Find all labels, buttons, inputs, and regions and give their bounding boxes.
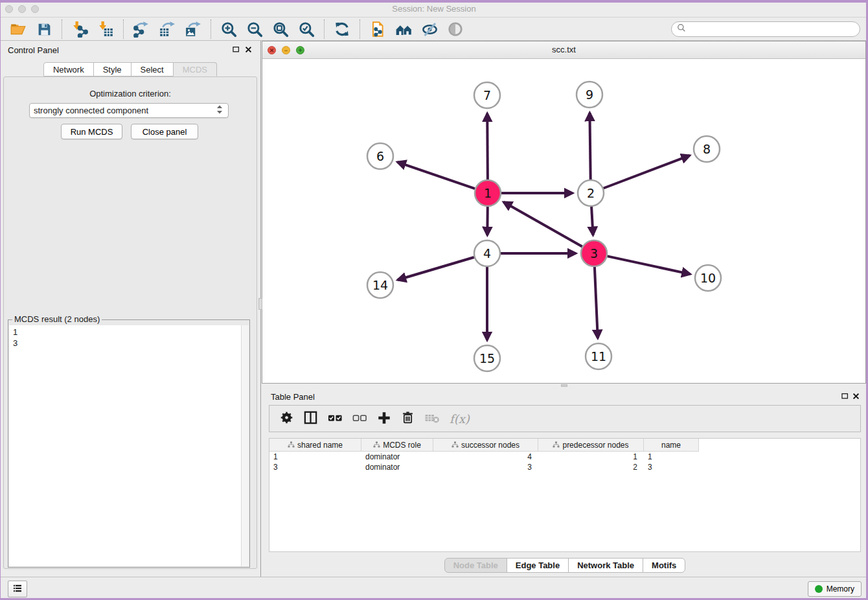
result-scrollbar[interactable] <box>241 325 249 566</box>
edge-2-9[interactable] <box>589 113 590 179</box>
add-row-button[interactable] <box>377 409 391 428</box>
column-header-MCDS-role[interactable]: MCDS role <box>361 439 433 452</box>
column-header-name[interactable]: name <box>644 439 699 452</box>
node-4[interactable]: 4 <box>474 240 500 266</box>
open-session-button[interactable] <box>5 19 31 39</box>
table-cell[interactable]: 2 <box>538 462 644 472</box>
search-box[interactable] <box>671 21 860 37</box>
node-8[interactable]: 8 <box>694 136 720 162</box>
tab-style[interactable]: Style <box>93 62 131 76</box>
node-14[interactable]: 14 <box>367 272 393 298</box>
search-input[interactable] <box>689 25 854 34</box>
table-cell[interactable]: dominator <box>361 462 433 472</box>
column-header-successor-nodes[interactable]: successor nodes <box>433 439 538 452</box>
zoom-selected-button[interactable] <box>293 19 319 39</box>
tab-select[interactable]: Select <box>131 62 174 76</box>
network-graph[interactable]: 1234678910111415 <box>262 59 865 383</box>
node-6[interactable]: 6 <box>367 143 393 169</box>
show-columns-button[interactable] <box>303 409 318 428</box>
column-header-predecessor-nodes[interactable]: predecessor nodes <box>538 439 644 452</box>
edge-3-11[interactable] <box>595 267 598 338</box>
node-15[interactable]: 15 <box>474 345 500 371</box>
float-table-panel-icon[interactable] <box>841 391 849 403</box>
table-cell[interactable]: 1 <box>269 452 361 462</box>
float-panel-icon[interactable] <box>232 45 240 56</box>
node-10[interactable]: 10 <box>695 265 721 291</box>
edge-3-1[interactable] <box>503 202 582 247</box>
edge-4-14[interactable] <box>398 257 474 280</box>
table-cell[interactable]: 4 <box>433 452 538 462</box>
delete-row-button[interactable] <box>401 409 415 428</box>
close-table-panel-icon[interactable] <box>852 391 860 403</box>
control-panel-header: Control Panel <box>0 41 260 58</box>
tab-network-table[interactable]: Network Table <box>568 558 643 573</box>
table-cell[interactable]: 1 <box>644 452 699 462</box>
column-header-shared-name[interactable]: shared name <box>269 439 361 452</box>
table-cell[interactable]: 1 <box>538 452 644 462</box>
node-label: 3 <box>590 246 598 260</box>
export-table-button[interactable] <box>154 19 180 39</box>
import-network-icon <box>71 21 88 38</box>
network-canvas[interactable]: 1234678910111415 <box>262 59 865 383</box>
mcds-result-text[interactable]: 1 3 <box>9 325 241 566</box>
tab-motifs[interactable]: Motifs <box>643 558 685 573</box>
function-builder-button[interactable]: f(x) <box>450 409 470 428</box>
import-table-button[interactable] <box>93 19 119 39</box>
delete-table-button[interactable] <box>424 409 440 428</box>
horizontal-splitter-handle[interactable] <box>561 384 567 387</box>
zoom-out-button[interactable] <box>242 19 268 39</box>
deselect-all-button[interactable] <box>352 409 367 428</box>
table-cell[interactable]: 3 <box>644 462 699 472</box>
refresh-layout-button[interactable] <box>329 19 355 39</box>
table-settings-button[interactable] <box>280 409 293 428</box>
save-session-button[interactable] <box>31 19 57 39</box>
export-image-button[interactable] <box>180 19 206 39</box>
eye-slash-icon <box>421 21 439 38</box>
node-1[interactable]: 1 <box>475 180 501 206</box>
run-mcds-button[interactable]: Run MCDS <box>61 124 122 139</box>
new-network-from-selection-button[interactable] <box>365 19 391 39</box>
edge-3-10[interactable] <box>608 256 691 274</box>
edge-1-7[interactable] <box>487 113 488 179</box>
close-panel-button[interactable]: Close panel <box>131 124 198 139</box>
edge-2-3[interactable] <box>591 207 593 235</box>
select-all-button[interactable] <box>328 409 343 428</box>
close-panel-icon[interactable] <box>244 45 253 56</box>
node-3[interactable]: 3 <box>581 240 607 266</box>
network-window-titlebar[interactable]: ✕ − ＋ scc.txt <box>262 41 865 59</box>
node-2[interactable]: 2 <box>578 180 604 206</box>
tab-mcds[interactable]: MCDS <box>173 62 217 76</box>
node-7[interactable]: 7 <box>474 82 500 108</box>
tab-network[interactable]: Network <box>43 62 94 76</box>
vertical-splitter-handle[interactable] <box>258 298 262 310</box>
zoom-in-button[interactable] <box>216 19 242 39</box>
table-row[interactable]: 3dominator323 <box>269 462 860 472</box>
table-cell[interactable]: dominator <box>361 452 433 462</box>
node-9[interactable]: 9 <box>577 82 602 108</box>
memory-button[interactable]: Memory <box>808 581 862 597</box>
node-label: 8 <box>703 142 711 156</box>
edge-1-6[interactable] <box>398 162 475 189</box>
table-row[interactable]: 1dominator411 <box>269 452 860 462</box>
show-all-button[interactable] <box>442 19 468 39</box>
toolbar-divider <box>211 19 211 39</box>
app-titlebar: Session: New Session <box>0 0 868 17</box>
zoom-selected-icon <box>298 21 315 38</box>
node-11[interactable]: 11 <box>586 343 611 369</box>
import-table-icon <box>97 21 114 38</box>
tab-edge-table[interactable]: Edge Table <box>507 558 569 573</box>
first-neighbors-button[interactable] <box>391 19 417 39</box>
import-network-button[interactable] <box>67 19 93 39</box>
export-network-button[interactable] <box>128 19 154 39</box>
node-label: 11 <box>591 349 606 363</box>
edge-1-4[interactable] <box>487 207 488 235</box>
table-cell[interactable]: 3 <box>433 462 538 472</box>
criterion-select[interactable]: strongly connected component <box>29 103 229 118</box>
hide-selected-button[interactable] <box>417 19 442 39</box>
zoom-in-icon <box>220 21 237 38</box>
zoom-fit-button[interactable] <box>268 19 293 39</box>
table-cell[interactable]: 3 <box>269 462 361 472</box>
show-panels-button[interactable] <box>8 581 27 597</box>
tab-node-table[interactable]: Node Table <box>444 558 507 573</box>
edge-2-8[interactable] <box>604 156 690 189</box>
